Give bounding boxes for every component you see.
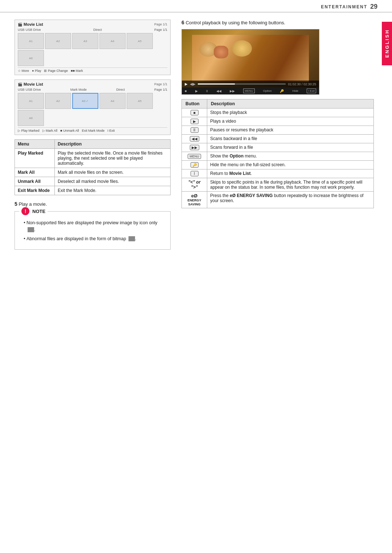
pb-pause: II bbox=[206, 89, 208, 93]
table-row: ▶ Plays a video bbox=[182, 117, 374, 126]
table-row: Exit Mark Mode Exit the Mark Mode. bbox=[15, 186, 171, 195]
ss1-footer: ☆ More ● Play ⊞ Page Change ■■ Mark bbox=[18, 67, 167, 73]
pb-video-frame bbox=[192, 35, 309, 82]
desc-stop: Stops the playback bbox=[207, 108, 374, 117]
hide-button-icon: 🔑 bbox=[191, 162, 199, 168]
icon-unsupported bbox=[28, 227, 34, 232]
screenshot-movie-list-1: 🎬 Movie List Page 1/1 USB USB Drive Dire… bbox=[15, 20, 171, 75]
btn-fwd-cell: ▶▶ bbox=[182, 143, 207, 152]
table-row: 🔑 Hide the menu on the full-sized screen… bbox=[182, 161, 374, 169]
ss2-page2: Page 1/1 bbox=[154, 88, 167, 91]
step5-number: 5 bbox=[15, 201, 17, 207]
pb-hide2: Hide bbox=[293, 89, 298, 93]
step6-container: 6 Control playback by using the followin… bbox=[181, 20, 374, 25]
menu-description-table: Menu Description Play Marked Play the se… bbox=[15, 139, 171, 195]
pb-image-area: ▶ ◀▶ 01:02:30 / 02:30:25 bbox=[182, 29, 319, 87]
ss1-mark: ■■ Mark bbox=[71, 69, 83, 73]
ss2-footer: ▷ Play Marked ▷ Mark All ■ Unmark All Ex… bbox=[18, 127, 167, 132]
ss2-usb: USB bbox=[18, 88, 25, 91]
ss1-play: ● Play bbox=[32, 69, 41, 73]
desc-col-header: Description bbox=[55, 140, 171, 149]
pb-time: 01:02:30 / 02:30:25 bbox=[288, 82, 316, 86]
btn-menu-cell: MENU bbox=[182, 152, 207, 161]
btn-stop-cell: ■ bbox=[182, 108, 207, 117]
main-content: 🎬 Movie List Page 1/1 USB USB Drive Dire… bbox=[0, 12, 392, 257]
pb-menu-btn: MENU bbox=[243, 89, 255, 93]
ss2-thumb-3: A3 ✓ bbox=[72, 93, 98, 109]
ss1-thumb-5: A5 bbox=[127, 33, 153, 49]
ss2-thumb-1: A1 bbox=[18, 93, 44, 109]
note-content: Non-supported files are displayed the pr… bbox=[21, 217, 164, 242]
btn-play-cell: ▶ bbox=[182, 117, 207, 126]
menu-unmark-all: Unmark All bbox=[15, 177, 55, 186]
desc-menu: Show the Option menu. bbox=[207, 152, 374, 161]
ss2-page: Page 1/1 bbox=[154, 82, 167, 86]
ss1-more: ☆ More bbox=[18, 69, 29, 73]
ss1-thumb-1: A1 bbox=[18, 33, 44, 49]
ss1-page: Page 1/1 bbox=[154, 22, 167, 26]
ss1-thumb-2: A2 bbox=[45, 33, 71, 49]
pb-exit: I Exit bbox=[307, 89, 316, 93]
desc-rew: Scans backward in a file bbox=[207, 135, 374, 143]
ss1-pagechange: ⊞ Page Change bbox=[44, 69, 68, 73]
pb-hide: 🔑 bbox=[280, 89, 284, 93]
page-header: ENTERTAINMENT 29 bbox=[0, 0, 392, 12]
ss1-page2: Page 1/1 bbox=[154, 28, 167, 32]
playback-screenshot: ▶ ◀▶ 01:02:30 / 02:30:25 ■ ▶ II ◀◀ ▶▶ ME… bbox=[181, 29, 319, 95]
btndesc-col-header: Description bbox=[207, 99, 374, 108]
ss1-title: Movie List bbox=[24, 22, 43, 26]
pb-bottom-controls: ■ ▶ II ◀◀ ▶▶ MENU Option 🔑 Hide I Exit bbox=[182, 87, 319, 94]
step5-text: Play a movie. bbox=[19, 201, 47, 207]
ss1-thumbnails: A1 A2 A3 A4 A5 A6 bbox=[18, 33, 167, 66]
desc-exit-mark: Exit the Mark Mode. bbox=[55, 186, 171, 195]
ss2-exit: I Exit bbox=[107, 129, 115, 132]
desc-unmark-all: Deselect all marked movie files. bbox=[55, 177, 171, 186]
ss1-thumb-3: A3 bbox=[72, 33, 98, 49]
pb-option: Option bbox=[263, 89, 272, 93]
note-item-2: Abnormal files are displayed in the form… bbox=[26, 235, 164, 242]
stop-button-icon: ■ bbox=[191, 110, 199, 115]
ss1-drive: USB Drive bbox=[26, 28, 41, 32]
btn-pause-cell: II bbox=[182, 126, 207, 135]
ss2-thumb-5: A5 bbox=[127, 93, 153, 109]
menu-button-icon: MENU bbox=[188, 154, 201, 159]
ss2-drive: USB Drive bbox=[26, 88, 41, 91]
ss2-exitmark: Exit Mark Mode bbox=[82, 129, 105, 132]
table-row: Mark All Mark all movie files on the scr… bbox=[15, 168, 171, 177]
page-number: 29 bbox=[370, 3, 377, 11]
ss2-mode: Mark Mode bbox=[70, 88, 87, 91]
note-box: ! NOTE Non-supported files are displayed… bbox=[15, 211, 171, 250]
note-header: ! NOTE bbox=[19, 207, 48, 215]
rewind-button-icon: ◀◀ bbox=[190, 136, 199, 142]
button-description-table: Button Description ■ Stops the playback … bbox=[181, 99, 374, 208]
table-row: II Pauses or resumes the playback bbox=[182, 126, 374, 135]
table-row: ▶▶ Scans forward in a file bbox=[182, 143, 374, 152]
ss2-unmarkall: ■ Unmark All bbox=[60, 129, 79, 132]
pb-rew: ◀◀ bbox=[216, 89, 221, 93]
right-column: 6 Control playback by using the followin… bbox=[181, 20, 374, 250]
desc-pause: Pauses or resumes the playback bbox=[207, 126, 374, 135]
note-icon: ! bbox=[21, 207, 29, 215]
table-row: I Return to Movie List. bbox=[182, 169, 374, 178]
btn-ltgt-cell: "<" or ">" bbox=[182, 178, 207, 192]
movielist-button-icon: I bbox=[191, 171, 199, 176]
desc-movielist: Return to Movie List. bbox=[207, 169, 374, 178]
table-row: ◀◀ Scans backward in a file bbox=[182, 135, 374, 143]
ss1-thumb-6: A6 bbox=[18, 50, 44, 66]
desc-energy: Press the eØ ENERGY SAVING button repeat… bbox=[207, 192, 374, 208]
ss2-thumb-2: A2 bbox=[45, 93, 71, 109]
menu-mark-all: Mark All bbox=[15, 168, 55, 177]
note-item-1: Non-supported files are displayed the pr… bbox=[26, 220, 164, 233]
ss2-playmarked: ▷ Play Marked bbox=[18, 129, 40, 132]
table-row: Play Marked Play the selected movie file… bbox=[15, 149, 171, 168]
energy-button-icon: eØ ENERGYSAVING bbox=[185, 193, 204, 206]
table-row: Unmark All Deselect all marked movie fil… bbox=[15, 177, 171, 186]
ss2-dir: Direct bbox=[116, 88, 125, 91]
desc-hide: Hide the menu on the full-sized screen. bbox=[207, 161, 374, 169]
btn-movielist-cell: I bbox=[182, 169, 207, 178]
table-row: ■ Stops the playback bbox=[182, 108, 374, 117]
menu-play-marked: Play Marked bbox=[15, 149, 55, 168]
btn-hide-cell: 🔑 bbox=[182, 161, 207, 169]
language-tab: ENGLISH bbox=[382, 22, 392, 65]
btn-col-header: Button bbox=[182, 99, 207, 108]
